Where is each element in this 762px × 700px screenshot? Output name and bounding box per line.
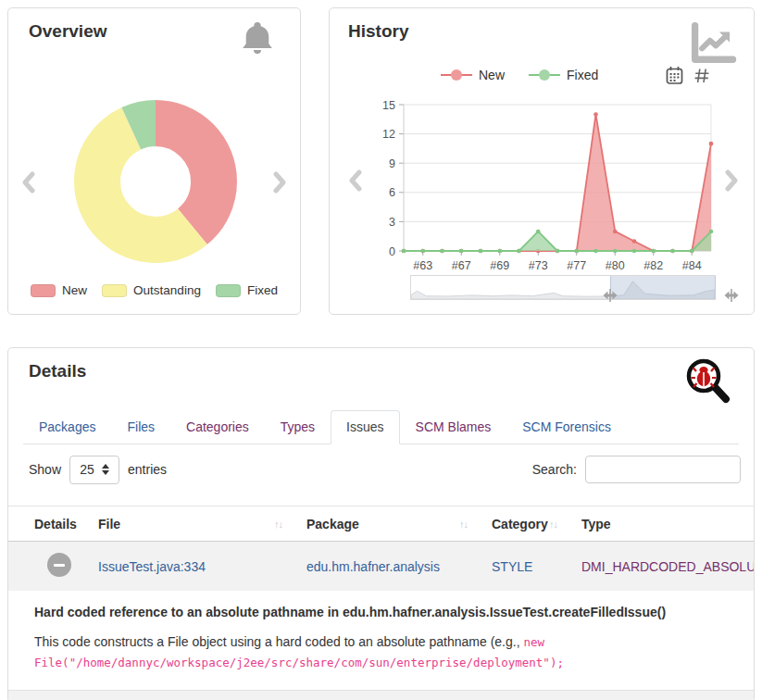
legend-item-outstanding[interactable]: Outstanding [102, 283, 201, 297]
svg-text:#69: #69 [490, 259, 509, 272]
legend-item-new[interactable]: New [31, 283, 87, 297]
issue-expansion-title: Hard coded reference to an absolute path… [34, 605, 733, 619]
data-point-fixed[interactable] [536, 230, 541, 234]
legend-item-fixed[interactable]: Fixed [216, 283, 278, 297]
column-label: File [98, 517, 120, 531]
data-point-fixed[interactable] [613, 249, 618, 254]
legend-item-fixed[interactable]: Fixed [529, 68, 598, 82]
data-point-fixed[interactable] [459, 249, 464, 254]
search-control: Search: [532, 456, 741, 483]
tab-types[interactable]: Types [265, 410, 331, 444]
data-point-fixed[interactable] [651, 249, 656, 254]
history-area-chart[interactable]: 03691215#63#67#69#73#77#80#82#84 [346, 90, 726, 273]
area-new [404, 115, 711, 252]
hashtag-icon[interactable] [693, 66, 711, 89]
data-point-fixed[interactable] [632, 249, 637, 254]
issue-expansion-body: This code constructs a File object using… [34, 631, 733, 673]
tab-categories[interactable]: Categories [170, 410, 265, 444]
details-title: Details [29, 361, 86, 381]
chevron-right-icon [272, 171, 287, 194]
data-point-fixed[interactable] [574, 249, 579, 254]
row-type-cell: DMI_HARDCODED_ABSOLU [581, 559, 754, 574]
tab-scm-forensics[interactable]: SCM Forensics [506, 410, 627, 444]
chevron-left-icon [21, 171, 36, 194]
tab-files[interactable]: Files [111, 410, 170, 444]
data-point-new[interactable] [593, 112, 598, 117]
select-arrows-icon [102, 464, 109, 475]
data-point-new[interactable] [613, 230, 618, 234]
tab-issues[interactable]: Issues [331, 410, 399, 444]
overview-carousel-next-button[interactable] [272, 171, 287, 194]
column-header-category[interactable]: Category↑↓ [492, 517, 581, 531]
sort-icon[interactable]: ↑↓ [459, 519, 468, 530]
data-point-fixed[interactable] [593, 249, 598, 254]
data-point-fixed[interactable] [402, 249, 406, 254]
issues-table-header: DetailsFile↑↓Package↑↓Category↑↓Type [8, 506, 754, 542]
svg-text:#63: #63 [413, 259, 432, 272]
data-point-fixed[interactable] [479, 249, 483, 254]
overview-title: Overview [29, 21, 107, 42]
datazoom-selected-range[interactable] [610, 276, 716, 299]
issues-table-row: IssueTest.java:334 edu.hm.hafner.analysi… [8, 542, 754, 591]
legend-label: New [479, 68, 505, 82]
legend-swatch-icon [31, 284, 56, 297]
data-point-fixed[interactable] [497, 249, 502, 254]
details-tabs: PackagesFilesCategoriesTypesIssuesSCM Bl… [23, 410, 739, 444]
history-legend[interactable]: NewFixed [441, 68, 598, 82]
page-size-select[interactable]: 25 [69, 456, 119, 484]
show-label: Show [29, 462, 61, 477]
details-card: Details PackagesFilesCategoriesTypesIssu… [7, 347, 755, 700]
collapse-row-button[interactable] [47, 553, 71, 577]
search-input[interactable] [585, 456, 741, 483]
datazoom-slider[interactable] [410, 275, 716, 300]
svg-text:9: 9 [389, 157, 395, 170]
data-point-new[interactable] [709, 142, 714, 146]
row-category-cell: STYLE [492, 559, 581, 574]
legend-item-new[interactable]: New [441, 68, 505, 82]
bell-icon [237, 18, 278, 64]
tab-packages[interactable]: Packages [23, 410, 111, 444]
row-details-cell [8, 553, 98, 580]
sort-icon[interactable]: ↑↓ [274, 519, 282, 530]
bug-magnifier-icon [681, 356, 733, 413]
issue-expansion: Hard coded reference to an absolute path… [8, 591, 754, 690]
history-carousel-next-button[interactable] [724, 169, 739, 192]
history-carousel-prev-button[interactable] [348, 169, 363, 192]
column-label: Category [492, 517, 548, 531]
column-header-details: Details [8, 517, 98, 531]
history-title: History [348, 21, 408, 42]
tab-scm-blames[interactable]: SCM Blames [400, 410, 507, 444]
column-header-package[interactable]: Package↑↓ [306, 517, 492, 531]
data-point-fixed[interactable] [709, 230, 714, 234]
overview-legend: NewOutstandingFixed [8, 283, 300, 297]
type-link[interactable]: DMI_HARDCODED_ABSOLU [581, 559, 754, 574]
overview-donut-chart[interactable] [74, 100, 237, 263]
sort-icon[interactable]: ↑↓ [549, 519, 557, 530]
category-link[interactable]: STYLE [492, 559, 532, 574]
column-label: Package [306, 517, 359, 531]
data-point-new[interactable] [632, 239, 637, 244]
chevron-left-icon [348, 169, 363, 192]
calendar-icon[interactable] [666, 66, 683, 89]
next-table-row-stub [8, 690, 754, 700]
data-point-fixed[interactable] [690, 249, 694, 254]
svg-text:#77: #77 [567, 259, 586, 272]
issue-description-text: This code constructs a File object using… [34, 634, 523, 649]
file-link[interactable]: IssueTest.java:334 [98, 559, 206, 574]
svg-text:#82: #82 [643, 259, 663, 272]
overview-carousel-prev-button[interactable] [21, 171, 36, 194]
data-point-fixed[interactable] [556, 249, 560, 254]
data-point-fixed[interactable] [440, 249, 444, 254]
legend-swatch-icon [102, 284, 127, 297]
table-toolbar: Show 25 entries Search: [29, 454, 741, 485]
svg-text:0: 0 [389, 245, 395, 258]
chevron-right-icon [724, 169, 739, 192]
data-point-fixed[interactable] [517, 249, 521, 254]
column-label: Type [581, 517, 611, 531]
column-header-file[interactable]: File↑↓ [98, 517, 306, 531]
package-link[interactable]: edu.hm.hafner.analysis [306, 559, 440, 574]
svg-text:#84: #84 [682, 259, 702, 272]
legend-marker-icon [529, 69, 560, 81]
data-point-fixed[interactable] [420, 249, 425, 254]
data-point-fixed[interactable] [670, 249, 675, 254]
